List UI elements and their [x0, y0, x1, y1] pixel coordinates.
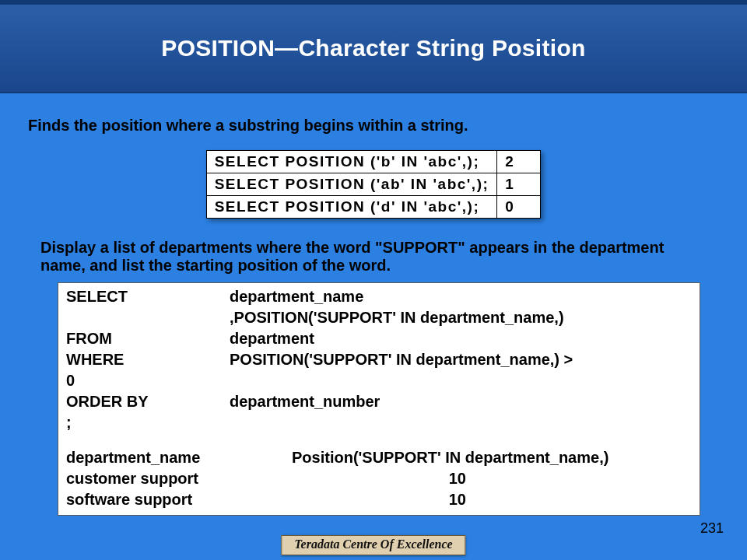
- result-header: department_name Position('SUPPORT' IN de…: [66, 447, 692, 468]
- table-row: SELECT POSITION ('d' IN 'abc',); 0: [206, 196, 541, 219]
- result-pos: 10: [292, 489, 471, 510]
- page-number: 231: [700, 520, 724, 537]
- arg-orderby: department_number: [230, 391, 692, 412]
- semicolon: ;: [66, 412, 692, 433]
- result-row: software support 10: [66, 489, 692, 510]
- arg-where: POSITION('SUPPORT' IN department_name,) …: [230, 349, 692, 370]
- arg-select: department_name: [230, 286, 692, 307]
- examples-wrap: SELECT POSITION ('b' IN 'abc',); 2 SELEC…: [23, 150, 724, 219]
- example-result: 1: [497, 173, 541, 196]
- result-pos: 10: [292, 468, 471, 489]
- arg-from: department: [230, 328, 692, 349]
- example-result: 2: [497, 151, 541, 173]
- arg-select2: ,POSITION('SUPPORT' IN department_name,): [230, 307, 692, 328]
- subtitle-text: Finds the position where a substring beg…: [28, 117, 724, 135]
- result-row: customer support 10: [66, 468, 692, 489]
- footer-label: Teradata Centre Of Excellence: [281, 535, 465, 555]
- examples-table: SELECT POSITION ('b' IN 'abc',); 2 SELEC…: [206, 150, 542, 219]
- slide-title: POSITION—Character String Position: [161, 35, 585, 61]
- instruction-text: Display a list of departments where the …: [40, 239, 710, 275]
- table-row: SELECT POSITION ('b' IN 'abc',); 2: [206, 151, 541, 173]
- example-stmt: SELECT POSITION ('d' IN 'abc',);: [206, 196, 497, 219]
- kw-select: SELECT: [66, 286, 230, 307]
- result-header-col1: department_name: [66, 447, 292, 468]
- result-header-col2: Position('SUPPORT' IN department_name,): [292, 447, 692, 468]
- result-name: software support: [66, 489, 292, 510]
- title-band: POSITION—Character String Position: [0, 0, 747, 93]
- example-result: 0: [497, 196, 541, 219]
- kw-from: FROM: [66, 328, 230, 349]
- example-stmt: SELECT POSITION ('ab' IN 'abc',);: [206, 173, 497, 196]
- table-row: SELECT POSITION ('ab' IN 'abc',); 1: [206, 173, 541, 196]
- kw-orderby: ORDER BY: [66, 391, 230, 412]
- example-stmt: SELECT POSITION ('b' IN 'abc',);: [206, 151, 497, 173]
- kw-where: WHERE: [66, 349, 230, 370]
- result-name: customer support: [66, 468, 292, 489]
- query-box: SELECT department_name ,POSITION('SUPPOR…: [58, 282, 700, 516]
- kw-blank: [66, 307, 230, 328]
- content-area: Finds the position where a substring beg…: [0, 93, 747, 516]
- where-zero: 0: [66, 370, 692, 391]
